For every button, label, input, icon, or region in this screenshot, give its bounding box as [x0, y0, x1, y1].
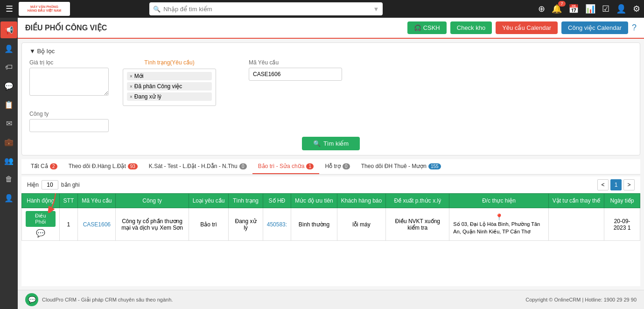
col-dc-thuc-hien: Đ/c thực hiện — [449, 194, 548, 208]
logo-image: MÁY VĂN PHÒNGHÀNG ĐẦU VIỆT NAM — [19, 2, 70, 16]
tab-ho-tro-badge: 0 — [343, 163, 350, 169]
check-kho-button[interactable]: Check kho — [450, 21, 492, 34]
records-count-input[interactable] — [42, 180, 58, 190]
calendar-icon[interactable]: 📅 — [568, 4, 579, 14]
sidebar-item-tags[interactable]: 🏷 — [0, 59, 17, 76]
records-bar: Hiện bản ghi < 1 > — [21, 176, 640, 193]
current-page-button[interactable]: 1 — [610, 179, 622, 190]
search-input[interactable] — [163, 6, 370, 13]
cell-tinh-trang: Đang xử lý — [229, 208, 263, 241]
tinh-trang-label: Tình trạng(Yêu cầu) — [144, 59, 194, 66]
tab-tat-ca[interactable]: Tất Cả 2 — [25, 159, 63, 174]
tab-ksat[interactable]: K.Sát - Test - L.Đặt - H.Dẫn - N.Thu 0 — [143, 159, 252, 174]
so-hd-link[interactable]: 450583: — [267, 221, 287, 228]
footer-copyright-text: CloudPro CRM - Giải pháp CRM chuyên sâu … — [42, 297, 173, 303]
col-vat-tu: Vật tư cần thay thế — [548, 194, 604, 208]
ban-ghi-label: bản ghi — [61, 182, 80, 188]
data-table: Hành động STT Mã Yêu cầu Công ty Loại yê… — [21, 193, 640, 241]
sidebar-item-chat[interactable]: 💬 — [0, 77, 17, 94]
col-de-xuat: Đề xuất p.thức x.lý — [386, 194, 449, 208]
chart-icon[interactable]: 📊 — [585, 4, 595, 14]
col-cong-ty: Công ty — [116, 194, 189, 208]
tag-dang-xu-ly-label: Đang xử lý — [134, 93, 161, 100]
col-ma-yc: Mã Yêu cầu — [78, 194, 116, 208]
help-button[interactable]: ? — [632, 23, 637, 33]
cskh-button[interactable]: 🎧 CSKH — [407, 21, 447, 34]
tab-theo-doi-thue[interactable]: Theo dõi ĐH Thuê - Mượn 155 — [356, 159, 447, 174]
sidebar-item-profile[interactable]: 👤 — [0, 190, 17, 206]
tab-theo-doi-thue-badge: 155 — [428, 163, 441, 169]
search-button[interactable]: 🔍 Tìm kiếm — [302, 137, 360, 150]
sidebar-item-tasks[interactable]: 📋 — [0, 96, 17, 113]
col-so-hd: Số HĐ — [263, 194, 291, 208]
tag-dang-xu-ly[interactable]: × Đang xử lý — [127, 92, 212, 101]
col-stt: STT — [59, 194, 78, 208]
content-area: ĐIỀU PHỐI CÔNG VIỆC 🎧 CSKH Check kho Yêu… — [18, 18, 644, 309]
user-icon[interactable]: 👤 — [616, 4, 626, 14]
notification-icon[interactable]: 🔔 7 — [552, 4, 562, 14]
checklist-icon[interactable]: ☑ — [602, 4, 609, 14]
dieu-phoi-button[interactable]: Điều Phối — [26, 211, 56, 227]
tab-theo-doi-dhang[interactable]: Theo dõi Đ.Hàng L.Đặt 93 — [63, 159, 143, 174]
add-icon[interactable]: ⊕ — [538, 4, 545, 14]
chat-bubble-icon[interactable]: 💬 — [26, 229, 56, 238]
hien-label: Hiện — [27, 182, 39, 188]
tag-da-phan[interactable]: × Đã phân Công việc — [127, 82, 212, 91]
tinh-trang-tags[interactable]: × Mới × Đã phân Công việc × Đang xử lý — [123, 69, 216, 106]
page-header: ĐIỀU PHỐI CÔNG VIỆC 🎧 CSKH Check kho Yêu… — [18, 18, 644, 39]
sidebar-item-email[interactable]: ✉ — [0, 115, 17, 132]
tab-bao-tri-badge: 1 — [306, 163, 314, 169]
table-header-row: Hành động STT Mã Yêu cầu Công ty Loại yê… — [22, 194, 640, 208]
logo-area: MÁY VĂN PHÒNGHÀNG ĐẦU VIỆT NAM — [19, 2, 70, 16]
tab-ho-tro[interactable]: Hỗ trợ 0 — [319, 159, 355, 174]
yeu-cau-calendar-button[interactable]: Yêu cầu Calendar — [496, 21, 558, 34]
search-dropdown-icon[interactable]: ▼ — [373, 6, 379, 13]
sidebar-item-trash[interactable]: 🗑 — [0, 171, 17, 188]
tag-da-phan-remove[interactable]: × — [130, 84, 133, 89]
next-page-button[interactable]: > — [623, 179, 635, 190]
col-ngay-tiep: Ngày tiếp — [604, 194, 640, 208]
sidebar-item-work[interactable]: 💼 — [0, 133, 17, 150]
ma-yc-link[interactable]: CASE1606 — [83, 221, 111, 228]
table-container: Hành động STT Mã Yêu cầu Công ty Loại yê… — [21, 193, 640, 286]
hamburger-menu[interactable]: ☰ — [4, 4, 15, 14]
filter-header[interactable]: ▼ Bộ lọc — [29, 48, 632, 55]
tag-moi[interactable]: × Mới — [127, 72, 212, 80]
footer-copyright-right: Copyright © OnlineCRM | Hotline: 1900 29… — [525, 297, 637, 302]
tag-moi-remove[interactable]: × — [130, 74, 133, 79]
cell-kh-bao: lỗi máy — [337, 208, 385, 241]
sidebar-item-contacts[interactable]: 👤 — [0, 40, 17, 57]
sidebar: 📢 👤 🏷 💬 📋 ✉ 💼 👥 🗑 👤 — [0, 18, 18, 309]
col-muc-do: Mức độ ưu tiên — [291, 194, 337, 208]
col-tinh-trang: Tình trạng — [229, 194, 263, 208]
footer: 💬 CloudPro CRM - Giải pháp CRM chuyên sâ… — [18, 290, 644, 309]
gia-tri-loc-input[interactable] — [29, 68, 109, 96]
cong-viec-calendar-button[interactable]: Công việc Calendar — [561, 21, 628, 34]
tab-bao-tri[interactable]: Bảo trì - Sửa chữa 1 — [252, 159, 320, 174]
sidebar-item-team[interactable]: 👥 — [0, 152, 17, 169]
filter-section: ▼ Bộ lọc Giá trị lọc Tình trạng(Yêu cầu)… — [21, 42, 640, 155]
search-btn-icon: 🔍 — [313, 140, 321, 147]
gia-tri-loc-label: Giá trị lọc — [29, 59, 109, 66]
nav-icons: ⊕ 🔔 7 📅 📊 ☑ 👤 ⚙ — [538, 4, 640, 14]
settings-icon[interactable]: ⚙ — [633, 4, 640, 14]
header-buttons: 🎧 CSKH Check kho Yêu cầu Calendar Công v… — [407, 21, 637, 34]
tab-theo-doi-dhang-badge: 93 — [128, 163, 138, 169]
cell-ngay-tiep: 20-09-2023 1 — [604, 208, 640, 241]
cell-dc-thuc-hien: 📍 Số 03, Đại Lộ Hòa Bình, Phường Tân An,… — [449, 208, 548, 241]
cell-vat-tu — [548, 208, 604, 241]
cong-ty-input[interactable] — [29, 119, 109, 132]
cell-ma-yc[interactable]: CASE1606 — [78, 208, 116, 241]
cell-muc-do: Bình thường — [291, 208, 337, 241]
footer-chat-icon[interactable]: 💬 — [25, 293, 38, 306]
ma-yc-input[interactable] — [249, 68, 342, 81]
cong-ty-area: Công ty — [29, 111, 109, 132]
prev-page-button[interactable]: < — [597, 179, 609, 190]
search-btn-row: 🔍 Tìm kiếm — [29, 137, 632, 150]
search-bar[interactable]: 🔍 ▼ — [149, 2, 383, 15]
cell-so-hd[interactable]: 450583: — [263, 208, 291, 241]
tag-dang-xu-ly-remove[interactable]: × — [130, 94, 133, 99]
cong-ty-label: Công ty — [29, 111, 109, 117]
page-title: ĐIỀU PHỐI CÔNG VIỆC — [25, 23, 107, 32]
sidebar-item-broadcast[interactable]: 📢 — [0, 21, 17, 38]
